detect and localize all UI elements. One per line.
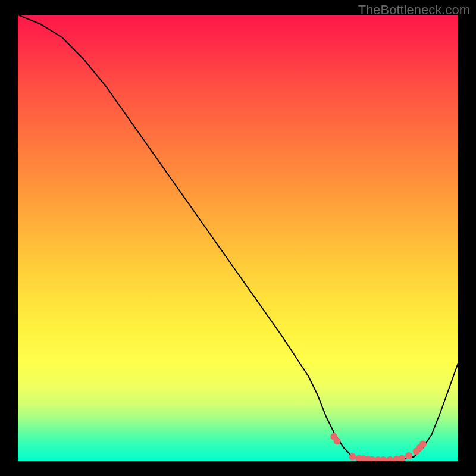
chart-plot-area (18, 15, 458, 461)
chart-marker (334, 437, 341, 444)
chart-marker (419, 441, 427, 448)
chart-marker (349, 453, 356, 461)
bottleneck-curve-line (18, 15, 458, 461)
chart-marker (405, 452, 412, 459)
chart-svg (18, 15, 458, 461)
chart-marker (380, 456, 387, 461)
chart-markers (330, 433, 427, 461)
chart-marker (398, 455, 405, 462)
chart-marker (386, 456, 393, 461)
watermark-text: TheBottleneck.com (358, 2, 470, 18)
